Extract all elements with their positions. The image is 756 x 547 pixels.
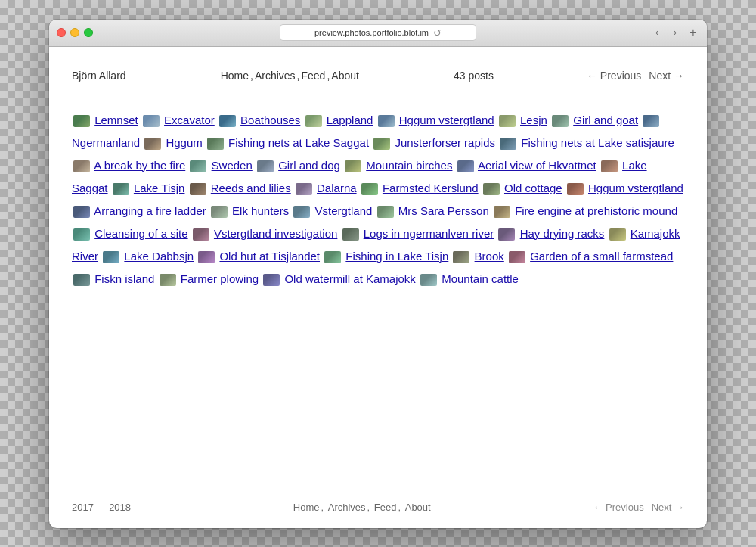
post-thumbnail	[113, 183, 129, 195]
browser-nav-arrows: ‹ ›	[649, 25, 683, 40]
footer-nav-about[interactable]: About	[405, 502, 431, 513]
back-arrow[interactable]: ‹	[649, 25, 665, 40]
post-link[interactable]: Mrs Sara Persson	[398, 204, 489, 217]
forward-arrow[interactable]: ›	[668, 25, 683, 40]
post-link[interactable]: Mountain cattle	[442, 272, 519, 285]
post-thumbnail	[160, 274, 176, 286]
footer-nav-feed[interactable]: Feed	[374, 502, 397, 513]
url-bar[interactable]: preview.photos.portfolio.blot.im ↺	[280, 24, 476, 41]
post-thumbnail	[498, 228, 515, 241]
new-tab-button[interactable]: +	[686, 25, 701, 40]
post-thumbnail	[305, 115, 322, 127]
post-thumbnail	[207, 138, 224, 150]
post-link[interactable]: Arranging a fire ladder	[94, 204, 206, 217]
post-thumbnail	[296, 183, 312, 195]
post-thumbnail	[377, 206, 394, 218]
post-link[interactable]: Hay drying racks	[520, 227, 605, 240]
post-link[interactable]: Old cottage	[504, 182, 562, 194]
minimize-button[interactable]	[70, 28, 79, 37]
post-link[interactable]: Elk hunters	[232, 204, 289, 217]
post-thumbnail	[193, 228, 209, 241]
refresh-icon[interactable]: ↺	[433, 27, 442, 39]
post-link[interactable]: Lesjn	[520, 113, 547, 126]
site-footer: 2017 — 2018 Home, Archives, Feed, About …	[49, 486, 707, 528]
post-link[interactable]: Sweden	[212, 159, 253, 172]
post-thumbnail	[143, 115, 160, 127]
post-link[interactable]: Girl and goat	[573, 113, 638, 126]
post-link[interactable]: Lake Tisjn	[134, 182, 185, 194]
post-link[interactable]: Lemnset	[94, 113, 138, 126]
post-link[interactable]: Boathouses	[240, 113, 300, 126]
post-thumbnail	[144, 138, 161, 150]
post-link[interactable]: Lake Dabbsjn	[124, 250, 194, 263]
site-title: Björn Allard	[72, 70, 126, 82]
post-link[interactable]: Vstergtland investigation	[214, 227, 337, 240]
post-thumbnail	[345, 160, 361, 172]
post-link[interactable]: Fiskn island	[94, 272, 154, 285]
prev-link-bottom[interactable]: ← Previous	[593, 502, 643, 513]
url-text: preview.photos.portfolio.blot.im	[314, 28, 429, 37]
post-thumbnail	[103, 251, 119, 263]
pagination-top: ← Previous Next →	[587, 70, 684, 82]
post-thumbnail	[453, 251, 469, 263]
post-thumbnail	[509, 251, 525, 263]
post-link[interactable]: Dalarna	[317, 182, 357, 194]
prev-link-top[interactable]: ← Previous	[587, 70, 641, 82]
nav-feed[interactable]: Feed	[301, 70, 325, 82]
post-link[interactable]: Garden of a small farmstead	[530, 250, 673, 263]
titlebar: preview.photos.portfolio.blot.im ↺ ‹ › +	[49, 20, 707, 47]
post-thumbnail	[211, 206, 228, 218]
close-button[interactable]	[57, 28, 66, 37]
post-link[interactable]: Aerial view of Hkvattnet	[478, 159, 596, 172]
post-link[interactable]: Farmsted Kerslund	[383, 182, 479, 194]
post-thumbnail	[198, 251, 215, 263]
post-thumbnail	[293, 206, 310, 218]
nav-about[interactable]: About	[331, 70, 359, 82]
post-link[interactable]: A break by the fire	[94, 159, 185, 172]
post-thumbnail	[324, 251, 341, 263]
post-thumbnail	[378, 115, 395, 127]
post-link[interactable]: Cleansing of a site	[94, 227, 187, 240]
next-link-bottom[interactable]: Next →	[652, 502, 684, 513]
post-link[interactable]: Hggum vstergtland	[399, 113, 494, 126]
site-nav: Home, Archives, Feed, About	[219, 70, 361, 82]
post-link[interactable]: Fishing nets at Lake Saggat	[228, 136, 369, 149]
post-link[interactable]: Junsterforser rapids	[395, 136, 495, 149]
post-link[interactable]: Fire engine at prehistoric mound	[515, 204, 677, 217]
nav-home[interactable]: Home	[221, 70, 249, 82]
post-link[interactable]: Ngermanland	[72, 136, 140, 149]
post-thumbnail	[457, 160, 474, 172]
post-link[interactable]: Mountain birches	[366, 159, 452, 172]
post-link[interactable]: Brook	[475, 250, 504, 263]
post-thumbnail	[257, 160, 274, 172]
post-thumbnail	[420, 274, 437, 286]
post-link[interactable]: Girl and dog	[278, 159, 340, 172]
traffic-lights	[57, 28, 93, 37]
post-link[interactable]: Reeds and lilies	[211, 182, 291, 194]
post-link[interactable]: Excavator	[164, 113, 215, 126]
footer-nav: Home, Archives, Feed, About	[292, 502, 432, 513]
next-link-top[interactable]: Next →	[649, 70, 684, 82]
post-link[interactable]: Fishing in Lake Tisjn	[345, 250, 448, 263]
nav-archives[interactable]: Archives	[255, 70, 296, 82]
post-thumbnail	[73, 228, 90, 241]
post-thumbnail	[73, 206, 90, 218]
post-link[interactable]: Old watermill at Kamajokk	[284, 272, 415, 285]
post-link[interactable]: Logs in ngermanlven river	[364, 227, 494, 240]
post-link[interactable]: Lappland	[327, 113, 373, 126]
post-thumbnail	[552, 115, 569, 127]
post-link[interactable]: Fishing nets at Lake satisjaure	[521, 136, 674, 149]
footer-nav-home[interactable]: Home	[293, 502, 320, 513]
post-thumbnail	[567, 183, 584, 195]
post-link[interactable]: Old hut at Tisjlandet	[219, 250, 320, 263]
post-link[interactable]: Farmer plowing	[181, 272, 259, 285]
post-thumbnail	[499, 115, 516, 127]
maximize-button[interactable]	[84, 28, 93, 37]
post-thumbnail	[190, 183, 206, 195]
post-link[interactable]: Vstergtland	[315, 204, 373, 217]
post-thumbnail	[500, 138, 516, 150]
post-link[interactable]: Hggum	[166, 136, 202, 149]
post-link[interactable]: Hggum vstergtland	[588, 182, 683, 194]
footer-nav-archives[interactable]: Archives	[328, 502, 366, 513]
post-thumbnail	[601, 160, 618, 172]
